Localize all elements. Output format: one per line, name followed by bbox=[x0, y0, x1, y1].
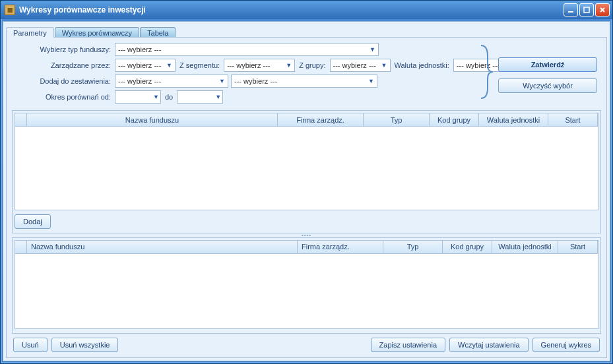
chevron-down-icon: ▼ bbox=[215, 94, 221, 100]
col-start[interactable]: Start bbox=[548, 113, 598, 126]
main-window: ▦ Wykresy porównawcze inwestycji Paramet… bbox=[0, 0, 613, 364]
col-start[interactable]: Start bbox=[558, 241, 598, 253]
wczytaj-ustawienia-button[interactable]: Wczytaj ustawienia bbox=[449, 338, 529, 352]
bottom-footer: Usuń Usuń wszystkie Zapisz ustawienia Wc… bbox=[12, 334, 601, 353]
lower-table-panel: Nazwa funduszu Firma zarządz. Typ Kod gr… bbox=[12, 237, 601, 334]
label-waluta-jednostki: Waluta jednostki: bbox=[395, 61, 449, 69]
label-okres-od: Okres porównań od: bbox=[12, 93, 111, 101]
filters-area: Wybierz typ funduszy: --- wybierz ---▼ Z… bbox=[12, 43, 601, 106]
window-controls bbox=[564, 3, 610, 16]
col-kod-grupy[interactable]: Kod grupy bbox=[430, 113, 479, 126]
close-button[interactable] bbox=[595, 3, 610, 16]
chevron-down-icon: ▼ bbox=[153, 94, 159, 100]
usun-button[interactable]: Usuń bbox=[13, 338, 48, 352]
select-dodaj-1[interactable]: --- wybierz ---▼ bbox=[115, 75, 228, 88]
window-title: Wykresy porównawcze inwestycji bbox=[19, 5, 564, 15]
col-firma-zarzadz[interactable]: Firma zarządz. bbox=[278, 113, 364, 126]
chevron-down-icon: ▼ bbox=[166, 62, 172, 69]
chevron-down-icon: ▼ bbox=[219, 78, 225, 84]
upper-grid[interactable]: Nazwa funduszu Firma zarządz. Typ Kod gr… bbox=[15, 113, 598, 210]
label-do: do bbox=[165, 93, 173, 101]
tab-tabela[interactable]: Tabela bbox=[140, 27, 176, 38]
bracket-decoration bbox=[478, 43, 494, 101]
svg-rect-0 bbox=[568, 11, 573, 13]
tab-wykres-porownawczy[interactable]: Wykres porównawczy bbox=[55, 27, 139, 38]
zatwierdz-button[interactable]: Zatwierdź bbox=[498, 57, 597, 72]
col-nazwa-funduszu[interactable]: Nazwa funduszu bbox=[27, 113, 278, 126]
select-z-grupy[interactable]: --- wybierz ---▼ bbox=[330, 59, 391, 72]
col-waluta-jednostki[interactable]: Waluta jednostki bbox=[479, 113, 548, 126]
col-nazwa-funduszu[interactable]: Nazwa funduszu bbox=[27, 241, 298, 253]
col-firma-zarzadz[interactable]: Firma zarządz. bbox=[298, 241, 383, 253]
select-typ-funduszy[interactable]: --- wybierz ---▼ bbox=[115, 43, 379, 56]
zapisz-ustawienia-button[interactable]: Zapisz ustawienia bbox=[371, 338, 445, 352]
row-selector-header[interactable] bbox=[15, 113, 27, 126]
side-buttons: Zatwierdź Wyczyść wybór bbox=[498, 57, 597, 93]
date-to[interactable]: ▼ bbox=[177, 90, 223, 104]
label-dodaj-do-zestawienia: Dodaj do zestawienia: bbox=[12, 77, 111, 85]
client-area: Parametry Wykres porównawczy Tabela Wybi… bbox=[3, 21, 610, 361]
lower-grid[interactable]: Nazwa funduszu Firma zarządz. Typ Kod gr… bbox=[15, 240, 598, 329]
chevron-down-icon: ▼ bbox=[370, 46, 375, 53]
svg-rect-1 bbox=[584, 7, 589, 13]
dodaj-button[interactable]: Dodaj bbox=[15, 214, 51, 229]
lower-grid-header: Nazwa funduszu Firma zarządz. Typ Kod gr… bbox=[15, 241, 598, 254]
label-zarzadzane-przez: Zarządzane przez: bbox=[12, 61, 111, 69]
titlebar: ▦ Wykresy porównawcze inwestycji bbox=[1, 1, 612, 19]
col-waluta-jednostki[interactable]: Waluta jednostki bbox=[492, 241, 558, 253]
col-typ[interactable]: Typ bbox=[364, 113, 430, 126]
wyczysc-wybor-button[interactable]: Wyczyść wybór bbox=[498, 78, 597, 93]
usun-wszystkie-button[interactable]: Usuń wszystkie bbox=[51, 338, 119, 352]
select-zarzadzane-przez[interactable]: --- wybierz ---▼ bbox=[115, 59, 176, 72]
minimize-button[interactable] bbox=[564, 3, 578, 16]
tab-strip: Parametry Wykres porównawczy Tabela bbox=[6, 24, 607, 38]
select-dodaj-2[interactable]: --- wybierz ---▼ bbox=[231, 75, 377, 88]
row-selector-header[interactable] bbox=[15, 241, 27, 253]
upper-grid-header: Nazwa funduszu Firma zarządz. Typ Kod gr… bbox=[15, 113, 598, 127]
generuj-wykres-button[interactable]: Generuj wykres bbox=[532, 338, 600, 352]
upper-table-panel: Nazwa funduszu Firma zarządz. Typ Kod gr… bbox=[12, 110, 601, 233]
label-z-grupy: Z grupy: bbox=[299, 61, 325, 69]
date-from[interactable]: ▼ bbox=[115, 90, 161, 104]
col-typ[interactable]: Typ bbox=[383, 241, 443, 253]
col-kod-grupy[interactable]: Kod grupy bbox=[443, 241, 492, 253]
chevron-down-icon: ▼ bbox=[286, 62, 292, 69]
app-icon: ▦ bbox=[5, 5, 15, 15]
maximize-button[interactable] bbox=[579, 3, 594, 16]
chevron-down-icon: ▼ bbox=[368, 78, 374, 84]
select-z-segmentu[interactable]: --- wybierz ---▼ bbox=[224, 59, 295, 72]
label-typ-funduszy: Wybierz typ funduszy: bbox=[12, 46, 111, 53]
chevron-down-icon: ▼ bbox=[381, 62, 387, 69]
tab-parametry[interactable]: Parametry bbox=[6, 27, 54, 38]
label-z-segmentu: Z segmentu: bbox=[179, 61, 220, 69]
tab-body-parametry: Wybierz typ funduszy: --- wybierz ---▼ Z… bbox=[6, 37, 607, 358]
